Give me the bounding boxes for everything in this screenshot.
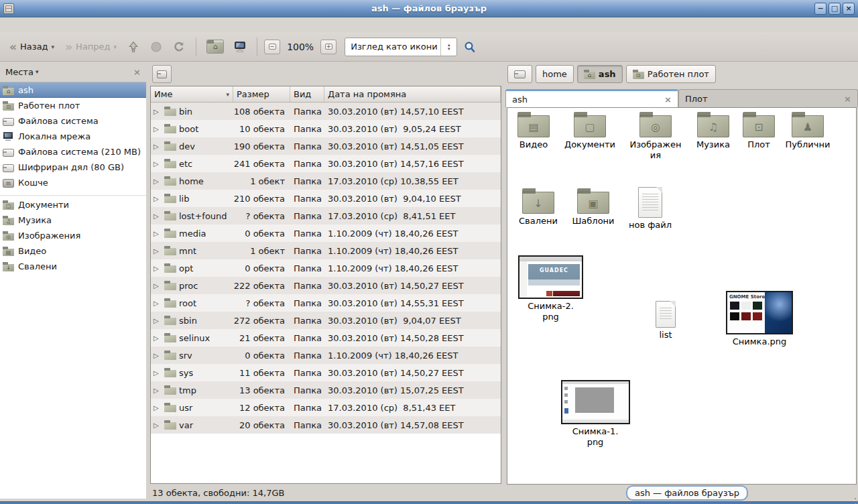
- table-row[interactable]: ▷ mnt 1 обект Папка 1.10.2009 (чт) 18,40…: [151, 242, 501, 259]
- icon-view-item[interactable]: Снимка-1. png: [558, 380, 632, 448]
- expander-icon[interactable]: ▷: [154, 125, 162, 133]
- breadcrumb-button[interactable]: [507, 65, 532, 83]
- table-row[interactable]: ▷ lost+found ? обекта Папка 17.03.2010 (…: [151, 207, 501, 225]
- table-row[interactable]: ▷ dev 190 обекта Папка 30.03.2010 (вт) 1…: [151, 137, 501, 155]
- forward-button[interactable]: » Напред ▾: [61, 39, 121, 54]
- icon-view-item[interactable]: ♟ Публични: [782, 112, 833, 150]
- chevron-down-icon[interactable]: ▾: [36, 68, 39, 75]
- table-row[interactable]: ▷ root ? обекта Папка 30.03.2010 (вт) 14…: [151, 294, 501, 312]
- expander-icon[interactable]: ▷: [154, 387, 162, 394]
- table-row[interactable]: ▷ boot 10 обекта Папка 30.03.2010 (вт) 9…: [151, 120, 501, 137]
- close-icon[interactable]: ×: [844, 94, 851, 104]
- icon-view-item[interactable]: ↓ Свалени: [514, 188, 562, 227]
- menu-item[interactable]: [27, 23, 38, 26]
- sidebar-item[interactable]: Шифриран дял (80 GB): [0, 160, 146, 175]
- zoom-out-button[interactable]: −: [264, 40, 280, 54]
- expander-icon[interactable]: ▷: [154, 352, 162, 359]
- window-list-button[interactable]: ash — файлов браузър: [626, 485, 748, 501]
- icon-view-item[interactable]: ◎ Изображен ия: [626, 112, 685, 161]
- home-button[interactable]: [203, 38, 227, 56]
- expander-icon[interactable]: ▷: [154, 317, 162, 324]
- sidebar-item[interactable]: Файлова система (210 MB): [0, 144, 146, 160]
- expander-icon[interactable]: ▷: [154, 247, 162, 255]
- sidebar-item[interactable]: Файлова система: [0, 113, 146, 129]
- table-row[interactable]: ▷ lib 210 обекта Папка 30.03.2010 (вт) 9…: [151, 190, 501, 207]
- sidebar-item[interactable]: Кошче: [0, 175, 146, 190]
- menu-item[interactable]: [16, 23, 27, 26]
- table-row[interactable]: ▷ media 0 обекта Папка 1.10.2009 (чт) 18…: [151, 225, 501, 242]
- icon-view-item[interactable]: ▤ Видео: [509, 112, 558, 150]
- close-icon[interactable]: ×: [664, 94, 672, 105]
- chevron-down-icon[interactable]: ▾: [114, 44, 117, 50]
- sidebar-item[interactable]: Музика: [0, 212, 146, 228]
- column-header-name[interactable]: Име▾: [151, 86, 233, 102]
- table-row[interactable]: ▷ etc 241 обекта Папка 30.03.2010 (вт) 1…: [151, 155, 501, 172]
- menu-item[interactable]: [59, 23, 70, 26]
- sidebar-item[interactable]: ash: [0, 82, 146, 98]
- table-row[interactable]: ▷ selinux 21 обекта Папка 30.03.2010 (вт…: [151, 329, 501, 346]
- menu-item[interactable]: [5, 23, 16, 26]
- computer-button[interactable]: [230, 38, 250, 56]
- search-button[interactable]: [460, 38, 480, 56]
- menu-item[interactable]: [48, 23, 59, 26]
- breadcrumb-button[interactable]: Работен плот: [626, 65, 716, 83]
- root-drive-button[interactable]: [152, 65, 172, 83]
- expander-icon[interactable]: ▷: [154, 404, 162, 412]
- expander-icon[interactable]: ▷: [154, 282, 162, 290]
- expander-icon[interactable]: ▷: [154, 195, 162, 202]
- sidebar-title[interactable]: Места: [5, 67, 34, 77]
- table-row[interactable]: ▷ sbin 272 обекта Папка 30.03.2010 (вт) …: [151, 312, 501, 329]
- column-header-size[interactable]: Размер: [233, 86, 290, 102]
- stop-button[interactable]: [146, 38, 166, 56]
- expander-icon[interactable]: ▷: [154, 422, 162, 429]
- breadcrumb-button[interactable]: home: [536, 65, 574, 83]
- expander-icon[interactable]: ▷: [154, 143, 162, 150]
- up-button[interactable]: [123, 38, 143, 56]
- expander-icon[interactable]: ▷: [154, 265, 162, 272]
- sidebar-item[interactable]: Локална мрежа: [0, 129, 146, 144]
- sidebar-item[interactable]: Свалени: [0, 259, 146, 274]
- menu-item[interactable]: [38, 23, 48, 26]
- close-icon[interactable]: ×: [133, 67, 141, 77]
- reload-button[interactable]: [169, 38, 189, 56]
- title-bar[interactable]: ash — файлов браузър − □ ×: [0, 0, 858, 17]
- table-row[interactable]: ▷ sys 11 обекта Папка 30.03.2010 (вт) 14…: [151, 364, 501, 381]
- chevron-down-icon[interactable]: ▾: [52, 44, 55, 50]
- icon-view-item[interactable]: list: [641, 301, 690, 340]
- table-row[interactable]: ▷ bin 108 обекта Папка 30.03.2010 (вт) 1…: [151, 103, 501, 120]
- icon-view-item[interactable]: GNOME Store Снимка.png: [723, 291, 796, 347]
- view-mode-select[interactable]: Изглед като икони ▴▾: [345, 38, 457, 56]
- expander-icon[interactable]: ▷: [154, 178, 162, 185]
- breadcrumb-button[interactable]: ash: [577, 65, 623, 83]
- column-header-date[interactable]: Дата на промяна: [324, 86, 501, 102]
- icon-view-item[interactable]: GUADEC Снимка-2. png: [515, 255, 586, 322]
- back-button[interactable]: « Назад ▾: [5, 39, 58, 54]
- zoom-in-button[interactable]: +: [320, 40, 336, 54]
- minimize-button[interactable]: −: [814, 3, 826, 15]
- expander-icon[interactable]: ▷: [154, 300, 162, 307]
- table-row[interactable]: ▷ proc 222 обекта Папка 30.03.2010 (вт) …: [151, 277, 501, 294]
- icon-view-item[interactable]: ▣ Шаблони: [569, 188, 617, 227]
- tab[interactable]: Плот ×: [678, 89, 858, 107]
- expander-icon[interactable]: ▷: [154, 334, 162, 342]
- expander-icon[interactable]: ▷: [154, 369, 162, 377]
- table-row[interactable]: ▷ home 1 обект Папка 17.03.2010 (ср) 10,…: [151, 172, 501, 190]
- maximize-button[interactable]: □: [829, 3, 841, 15]
- icon-view-item[interactable]: ⊡ Плот: [735, 112, 783, 150]
- sidebar-item[interactable]: Документи: [0, 197, 146, 212]
- table-row[interactable]: ▷ opt 0 обекта Папка 1.10.2009 (чт) 18,4…: [151, 259, 501, 277]
- tab[interactable]: ash ×: [505, 89, 678, 107]
- spinner-arrows-icon[interactable]: ▴▾: [440, 38, 456, 56]
- icon-view-item[interactable]: ▢ Документи: [564, 112, 615, 150]
- table-row[interactable]: ▷ usr 12 обекта Папка 17.03.2010 (ср) 8,…: [151, 399, 501, 416]
- expander-icon[interactable]: ▷: [154, 212, 162, 220]
- sidebar-item[interactable]: Изображения: [0, 228, 146, 243]
- expander-icon[interactable]: ▷: [154, 230, 162, 237]
- table-row[interactable]: ▷ var 20 обекта Папка 30.03.2010 (вт) 14…: [151, 416, 501, 434]
- close-button[interactable]: ×: [843, 3, 855, 15]
- resize-grip[interactable]: [855, 498, 856, 499]
- icon-view-item[interactable]: нов файл: [626, 187, 674, 231]
- expander-icon[interactable]: ▷: [154, 108, 162, 115]
- sidebar-item[interactable]: [0, 190, 146, 196]
- icon-view[interactable]: ▤ Видео ▢ Документи ◎ Изображен ия ♫ Муз…: [507, 107, 857, 485]
